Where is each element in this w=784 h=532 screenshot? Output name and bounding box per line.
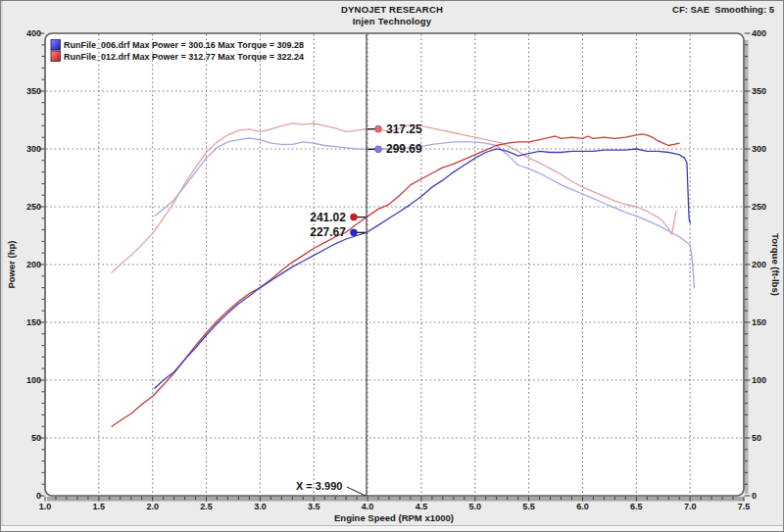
correction-smoothing-label: CF: SAE Smoothing: 5 [672,4,774,15]
x-axis-tick-label: 4.5 [416,502,428,511]
readout-value: 317.25 [386,122,422,136]
torque-axis-tick-label: 200 [752,260,766,269]
torque-axis-tick-label: 250 [752,202,766,212]
x-axis-tick-label: 2.5 [200,502,213,511]
x-axis-tick-label: 2.0 [146,502,159,511]
x-axis-tick-label: 7.5 [738,502,751,511]
power-axis-tick-label: 400 [26,28,41,38]
readout-dot [350,214,357,220]
power-axis-tick-label: 0 [36,491,41,501]
power-axis-tick-label: 100 [26,375,41,385]
chart-title: DYNOJET RESEARCH [1,4,783,15]
dyno-chart: 1.01.52.02.53.03.54.04.55.05.56.06.57.07… [1,1,783,526]
x-axis-tick-label: 5.5 [522,502,535,511]
y-axis-title-torque: Torque (ft-lbs) [770,233,781,296]
readout-value: 241.02 [310,211,346,224]
power-axis-tick-label: 350 [26,86,41,96]
power-axis-tick-label: 50 [31,433,41,443]
legend-swatch [51,51,61,62]
x-axis-tick-label: 6.0 [576,502,589,511]
x-axis-tick-label: 5.0 [469,502,482,511]
x-axis-tick-label: 7.0 [684,502,697,511]
readout-dot [374,125,381,132]
power-axis-tick-label: 150 [26,317,41,327]
torque-axis-tick-label: 50 [752,433,761,443]
x-axis-tick-label: 1.0 [39,502,52,511]
chart-subtitle: Injen Technology [1,16,783,26]
legend-label: RunFile_006.drf Max Power = 300.16 Max T… [64,40,304,50]
window-left-edge [1,1,3,531]
dyno-software-window: DYNOJET RESEARCH Injen Technology CF: SA… [0,0,784,532]
torque-axis-tick-label: 350 [752,86,766,96]
torque-axis-tick-label: 400 [752,28,766,38]
power-axis-tick-label: 200 [26,260,41,269]
x-axis-tick-label: 6.5 [630,502,643,511]
torque-axis-tick-label: 100 [752,375,766,385]
x-axis-tick-label: 3.0 [254,502,267,511]
legend-swatch [51,40,61,51]
x-axis-tick-label: 3.5 [308,502,320,511]
readout-dot [374,146,381,153]
readout-value: 227.67 [310,225,346,239]
x-axis-band [47,497,744,502]
torque-axis-tick-label: 300 [752,144,766,154]
legend-label: RunFile_012.drf Max Power = 312.77 Max T… [64,52,304,62]
window-bottom-edge [1,525,783,531]
x-axis-tick-label: 4.0 [362,502,374,511]
torque-axis-tick-label: 150 [752,317,766,327]
x-axis-tick-label: 1.5 [93,502,106,511]
x-axis-title: Engine Speed (RPM x1000) [334,512,454,523]
plot-shadow-right [745,40,749,494]
readout-value: 299.69 [386,142,422,156]
readout-dot [350,229,357,236]
power-axis-tick-label: 250 [26,202,41,212]
power-axis-tick-label: 300 [26,144,41,154]
y-axis-title-power: Power (hp) [6,240,17,288]
cursor-x-label: X = 3.990 [296,480,342,492]
torque-axis-tick-label: 0 [752,491,757,501]
